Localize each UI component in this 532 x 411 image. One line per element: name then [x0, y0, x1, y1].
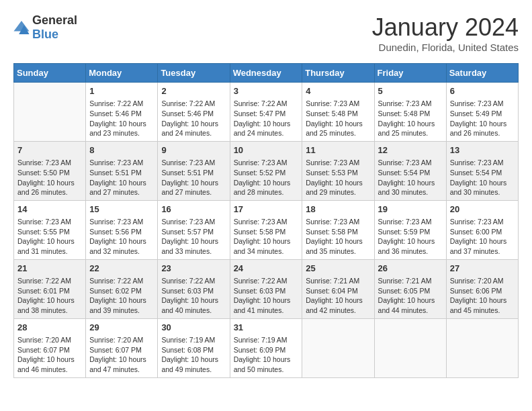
calendar-cell: 9Sunrise: 7:23 AM Sunset: 5:51 PM Daylig…	[158, 141, 230, 200]
date-number: 21	[17, 263, 82, 275]
calendar-cell	[14, 83, 86, 142]
day-info: Sunrise: 7:19 AM Sunset: 6:08 PM Dayligh…	[161, 335, 226, 375]
calendar-week-row: 7Sunrise: 7:23 AM Sunset: 5:50 PM Daylig…	[14, 141, 519, 200]
date-number: 18	[306, 203, 370, 216]
day-info: Sunrise: 7:20 AM Sunset: 6:07 PM Dayligh…	[89, 335, 154, 375]
col-header-thursday: Thursday	[302, 64, 374, 83]
logo-icon	[13, 21, 30, 34]
calendar-cell: 6Sunrise: 7:23 AM Sunset: 5:49 PM Daylig…	[446, 83, 518, 142]
day-info: Sunrise: 7:22 AM Sunset: 6:02 PM Dayligh…	[89, 276, 154, 316]
calendar-cell: 27Sunrise: 7:20 AM Sunset: 6:06 PM Dayli…	[446, 259, 518, 318]
date-number: 30	[161, 322, 226, 334]
date-number: 12	[378, 144, 443, 156]
day-info: Sunrise: 7:22 AM Sunset: 6:03 PM Dayligh…	[234, 276, 299, 316]
date-number: 4	[306, 85, 370, 97]
calendar-cell: 14Sunrise: 7:23 AM Sunset: 5:55 PM Dayli…	[14, 200, 86, 259]
svg-marker-0	[13, 21, 29, 31]
col-header-wednesday: Wednesday	[230, 64, 302, 83]
calendar-cell	[446, 318, 518, 377]
calendar-cell: 26Sunrise: 7:21 AM Sunset: 6:05 PM Dayli…	[374, 259, 446, 318]
calendar-cell: 1Sunrise: 7:22 AM Sunset: 5:46 PM Daylig…	[86, 83, 158, 142]
day-info: Sunrise: 7:19 AM Sunset: 6:09 PM Dayligh…	[234, 335, 299, 375]
day-info: Sunrise: 7:23 AM Sunset: 5:55 PM Dayligh…	[17, 217, 82, 257]
page-header: General Blue January 2024 Dunedin, Flori…	[13, 13, 519, 53]
day-info: Sunrise: 7:21 AM Sunset: 6:05 PM Dayligh…	[378, 276, 443, 316]
calendar-cell: 16Sunrise: 7:23 AM Sunset: 5:57 PM Dayli…	[158, 200, 230, 259]
day-info: Sunrise: 7:22 AM Sunset: 6:01 PM Dayligh…	[17, 276, 82, 316]
day-info: Sunrise: 7:23 AM Sunset: 5:49 PM Dayligh…	[450, 99, 515, 138]
date-number: 27	[450, 263, 515, 275]
day-info: Sunrise: 7:23 AM Sunset: 5:51 PM Dayligh…	[89, 158, 154, 197]
day-info: Sunrise: 7:23 AM Sunset: 5:58 PM Dayligh…	[306, 217, 370, 257]
calendar-cell: 19Sunrise: 7:23 AM Sunset: 5:59 PM Dayli…	[374, 200, 446, 259]
day-info: Sunrise: 7:23 AM Sunset: 5:54 PM Dayligh…	[378, 158, 443, 197]
col-header-tuesday: Tuesday	[158, 64, 230, 83]
date-number: 23	[161, 263, 226, 275]
date-number: 17	[234, 203, 299, 216]
calendar-cell: 28Sunrise: 7:20 AM Sunset: 6:07 PM Dayli…	[14, 318, 86, 377]
date-number: 13	[450, 144, 515, 156]
calendar-cell: 18Sunrise: 7:23 AM Sunset: 5:58 PM Dayli…	[302, 200, 374, 259]
calendar-cell: 11Sunrise: 7:23 AM Sunset: 5:53 PM Dayli…	[302, 141, 374, 200]
day-info: Sunrise: 7:22 AM Sunset: 5:47 PM Dayligh…	[234, 99, 299, 138]
calendar-header-row: SundayMondayTuesdayWednesdayThursdayFrid…	[14, 64, 519, 83]
calendar-week-row: 21Sunrise: 7:22 AM Sunset: 6:01 PM Dayli…	[14, 259, 519, 318]
date-number: 5	[378, 85, 443, 97]
date-number: 3	[234, 85, 299, 97]
calendar-cell: 2Sunrise: 7:22 AM Sunset: 5:46 PM Daylig…	[158, 83, 230, 142]
date-number: 2	[161, 85, 226, 97]
calendar-cell: 8Sunrise: 7:23 AM Sunset: 5:51 PM Daylig…	[86, 141, 158, 200]
date-number: 14	[17, 203, 82, 216]
calendar-cell: 5Sunrise: 7:23 AM Sunset: 5:48 PM Daylig…	[374, 83, 446, 142]
col-header-monday: Monday	[86, 64, 158, 83]
day-info: Sunrise: 7:21 AM Sunset: 6:04 PM Dayligh…	[306, 276, 370, 316]
calendar-cell: 29Sunrise: 7:20 AM Sunset: 6:07 PM Dayli…	[86, 318, 158, 377]
day-info: Sunrise: 7:23 AM Sunset: 5:56 PM Dayligh…	[89, 217, 154, 257]
calendar-cell	[302, 318, 374, 377]
day-info: Sunrise: 7:20 AM Sunset: 6:06 PM Dayligh…	[450, 276, 515, 316]
date-number: 26	[378, 263, 443, 275]
logo-general-text: General	[32, 13, 77, 27]
calendar-cell: 24Sunrise: 7:22 AM Sunset: 6:03 PM Dayli…	[230, 259, 302, 318]
date-number: 31	[234, 322, 299, 334]
date-number: 16	[161, 203, 226, 216]
calendar-cell: 12Sunrise: 7:23 AM Sunset: 5:54 PM Dayli…	[374, 141, 446, 200]
date-number: 24	[234, 263, 299, 275]
calendar-cell: 20Sunrise: 7:23 AM Sunset: 6:00 PM Dayli…	[446, 200, 518, 259]
page-subtitle: Dunedin, Florida, United States	[372, 42, 519, 53]
day-info: Sunrise: 7:23 AM Sunset: 5:48 PM Dayligh…	[378, 99, 443, 138]
day-info: Sunrise: 7:22 AM Sunset: 5:46 PM Dayligh…	[161, 99, 226, 138]
day-info: Sunrise: 7:23 AM Sunset: 5:54 PM Dayligh…	[450, 158, 515, 197]
date-number: 22	[89, 263, 154, 275]
date-number: 6	[450, 85, 515, 97]
calendar-cell: 25Sunrise: 7:21 AM Sunset: 6:04 PM Dayli…	[302, 259, 374, 318]
calendar-cell: 3Sunrise: 7:22 AM Sunset: 5:47 PM Daylig…	[230, 83, 302, 142]
day-info: Sunrise: 7:22 AM Sunset: 5:46 PM Dayligh…	[89, 99, 154, 138]
calendar-cell: 13Sunrise: 7:23 AM Sunset: 5:54 PM Dayli…	[446, 141, 518, 200]
day-info: Sunrise: 7:23 AM Sunset: 5:58 PM Dayligh…	[234, 217, 299, 257]
calendar-cell: 17Sunrise: 7:23 AM Sunset: 5:58 PM Dayli…	[230, 200, 302, 259]
calendar-cell: 21Sunrise: 7:22 AM Sunset: 6:01 PM Dayli…	[14, 259, 86, 318]
day-info: Sunrise: 7:23 AM Sunset: 5:51 PM Dayligh…	[161, 158, 226, 197]
col-header-friday: Friday	[374, 64, 446, 83]
date-number: 11	[306, 144, 370, 156]
calendar-cell: 31Sunrise: 7:19 AM Sunset: 6:09 PM Dayli…	[230, 318, 302, 377]
date-number: 10	[234, 144, 299, 156]
day-info: Sunrise: 7:23 AM Sunset: 5:48 PM Dayligh…	[306, 99, 370, 138]
day-info: Sunrise: 7:22 AM Sunset: 6:03 PM Dayligh…	[161, 276, 226, 316]
day-info: Sunrise: 7:23 AM Sunset: 5:59 PM Dayligh…	[378, 217, 443, 257]
date-number: 7	[17, 144, 82, 156]
date-number: 15	[89, 203, 154, 216]
calendar-table: SundayMondayTuesdayWednesdayThursdayFrid…	[13, 63, 519, 378]
date-number: 20	[450, 203, 515, 216]
date-number: 1	[89, 85, 154, 97]
logo-blue-text: Blue	[32, 28, 58, 41]
calendar-cell: 23Sunrise: 7:22 AM Sunset: 6:03 PM Dayli…	[158, 259, 230, 318]
calendar-week-row: 1Sunrise: 7:22 AM Sunset: 5:46 PM Daylig…	[14, 83, 519, 142]
day-info: Sunrise: 7:23 AM Sunset: 5:57 PM Dayligh…	[161, 217, 226, 257]
date-number: 25	[306, 263, 370, 275]
calendar-cell: 30Sunrise: 7:19 AM Sunset: 6:08 PM Dayli…	[158, 318, 230, 377]
col-header-sunday: Sunday	[14, 64, 86, 83]
date-number: 29	[89, 322, 154, 334]
calendar-week-row: 14Sunrise: 7:23 AM Sunset: 5:55 PM Dayli…	[14, 200, 519, 259]
